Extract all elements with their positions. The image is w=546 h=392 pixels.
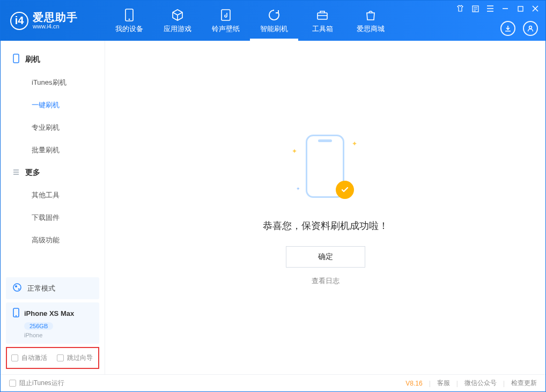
close-icon[interactable]: [530, 4, 540, 13]
device-icon: [12, 308, 20, 319]
sidebar-item-pro-flash[interactable]: 专业刷机: [1, 116, 105, 139]
sidebar-item-oneclick-flash[interactable]: 一键刷机: [1, 94, 105, 116]
checkbox-label: 自动激活: [21, 353, 47, 363]
checkbox-block-itunes[interactable]: 阻止iTunes运行: [9, 379, 64, 388]
list-icon: [12, 168, 20, 177]
mode-icon: [12, 283, 22, 294]
mode-panel[interactable]: 正常模式: [6, 277, 99, 299]
tab-store[interactable]: 爱思商城: [346, 1, 395, 41]
footer-link-wechat[interactable]: 微信公众号: [464, 379, 497, 388]
sidebar-section-more: 更多: [1, 161, 105, 184]
checkmark-badge-icon: [336, 181, 354, 199]
tab-label: 智能刷机: [260, 24, 288, 34]
success-illustration: ✦ ✦ ✦: [296, 129, 355, 204]
device-name: iPhone XS Max: [24, 309, 74, 317]
section-title: 刷机: [25, 55, 40, 64]
user-button[interactable]: [523, 21, 538, 36]
ok-button[interactable]: 确定: [286, 246, 365, 268]
footer-link-update[interactable]: 检查更新: [511, 379, 537, 388]
view-log-link[interactable]: 查看日志: [312, 276, 340, 286]
sparkle-icon: ✦: [296, 186, 300, 191]
tab-label: 我的设备: [115, 24, 143, 34]
note-icon[interactable]: [470, 4, 480, 13]
tab-flash[interactable]: 智能刷机: [250, 1, 298, 41]
tab-device[interactable]: 我的设备: [105, 1, 153, 41]
section-title: 更多: [25, 168, 40, 177]
phone-icon: [122, 8, 136, 22]
tab-label: 铃声壁纸: [212, 24, 240, 34]
sidebar-item-batch-flash[interactable]: 批量刷机: [1, 139, 105, 161]
tab-label: 工具箱: [312, 24, 333, 34]
footer: 阻止iTunes运行 V8.16 | 客服 | 微信公众号 | 检查更新: [1, 374, 545, 391]
tab-label: 爱思商城: [357, 24, 385, 34]
checkbox-auto-activate[interactable]: 自动激活: [11, 353, 47, 363]
tshirt-icon[interactable]: [455, 4, 465, 13]
checkbox-icon: [11, 354, 18, 361]
sidebar-item-itunes-flash[interactable]: iTunes刷机: [1, 71, 105, 94]
svg-rect-3: [318, 13, 327, 19]
svg-point-12: [16, 315, 17, 316]
cube-icon: [171, 8, 185, 22]
checkbox-skip-wizard[interactable]: 跳过向导: [57, 353, 93, 363]
bag-icon: [364, 8, 378, 22]
menu-icon[interactable]: [485, 4, 495, 13]
svg-point-10: [18, 289, 20, 290]
success-message: 恭喜您，保资料刷机成功啦！: [263, 219, 388, 232]
device-panel[interactable]: iPhone XS Max 256GB iPhone: [6, 302, 99, 344]
sidebar-item-other-tools[interactable]: 其他工具: [1, 184, 105, 206]
app-title: 爱思助手: [33, 11, 78, 23]
window-controls: [455, 4, 540, 13]
checkbox-label: 阻止iTunes运行: [19, 379, 64, 388]
top-tabs: 我的设备 应用游戏 铃声壁纸 智能刷机 工具箱 爱思商城: [105, 1, 395, 41]
svg-point-9: [15, 285, 17, 287]
checkbox-label: 跳过向导: [67, 353, 93, 363]
phone-outline-icon: [12, 54, 20, 65]
device-capacity: 256GB: [24, 322, 53, 330]
tab-toolbox[interactable]: 工具箱: [298, 1, 346, 41]
svg-point-1: [129, 19, 130, 20]
sidebar-section-flash: 刷机: [1, 47, 105, 71]
version-label: V8.16: [405, 380, 422, 387]
app-subtitle: www.i4.cn: [33, 23, 78, 29]
highlighted-options: 自动激活 跳过向导: [6, 347, 99, 369]
music-file-icon: [219, 8, 233, 22]
minimize-icon[interactable]: [500, 4, 510, 13]
sidebar-item-advanced[interactable]: 高级功能: [1, 229, 105, 252]
sidebar: 刷机 iTunes刷机 一键刷机 专业刷机 批量刷机 更多 其他工具 下载固件 …: [1, 41, 105, 374]
sidebar-item-download-firmware[interactable]: 下载固件: [1, 206, 105, 229]
logo-icon: i4: [10, 12, 28, 30]
maximize-icon[interactable]: [515, 4, 525, 13]
svg-rect-7: [13, 54, 19, 63]
tab-label: 应用游戏: [164, 24, 191, 34]
tab-ringtone[interactable]: 铃声壁纸: [202, 1, 250, 41]
device-type: iPhone: [24, 332, 42, 338]
refresh-shield-icon: [267, 8, 281, 22]
svg-point-8: [13, 284, 21, 291]
sparkle-icon: ✦: [292, 147, 297, 155]
sparkle-icon: ✦: [352, 140, 357, 147]
titlebar: i4 爱思助手 www.i4.cn 我的设备 应用游戏 铃声壁纸 智能刷机: [1, 1, 545, 41]
footer-link-support[interactable]: 客服: [437, 379, 450, 388]
toolbox-icon: [315, 8, 329, 22]
svg-point-6: [529, 26, 532, 29]
download-button[interactable]: [500, 21, 515, 36]
checkbox-icon: [57, 354, 64, 361]
logo-area: i4 爱思助手 www.i4.cn: [1, 1, 105, 41]
svg-rect-5: [518, 6, 523, 11]
tab-apps[interactable]: 应用游戏: [153, 1, 202, 41]
main-content: ✦ ✦ ✦ 恭喜您，保资料刷机成功啦！ 确定 查看日志: [105, 41, 545, 374]
checkbox-icon: [9, 380, 16, 387]
mode-label: 正常模式: [27, 284, 55, 293]
